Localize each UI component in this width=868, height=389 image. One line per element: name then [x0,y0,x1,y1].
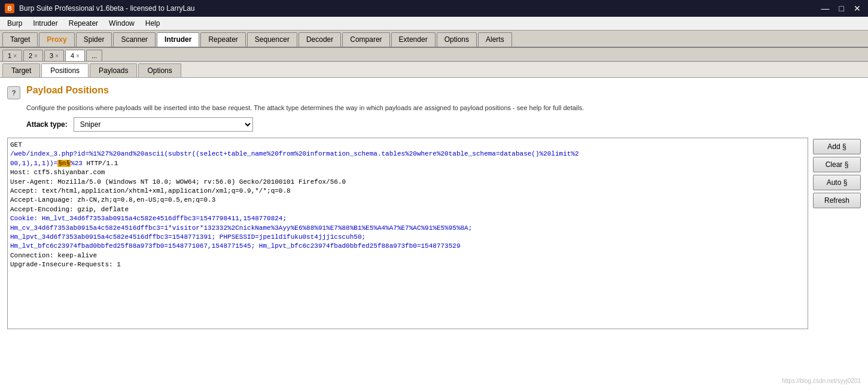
tab-scanner[interactable]: Scanner [113,32,156,47]
request-text: GET /web/index_3.php?id=%1%27%20and%20as… [10,141,805,269]
attack-type-select[interactable]: Sniper Battering ram Pitchfork Cluster b… [74,117,253,132]
maximize-button[interactable]: □ [837,4,846,13]
tab-spider[interactable]: Spider [76,32,112,47]
clear-button[interactable]: Clear § [813,157,861,172]
tab-comparer[interactable]: Comparer [342,32,389,47]
editor-container: GET /web/index_3.php?id=%1%27%20and%20as… [7,138,861,329]
request-editor[interactable]: GET /web/index_3.php?id=%1%27%20and%20as… [7,138,808,329]
tab-decoder[interactable]: Decoder [299,32,341,47]
tab-extender[interactable]: Extender [391,32,435,47]
tab-repeater[interactable]: Repeater [200,32,245,47]
menu-help[interactable]: Help [141,18,165,29]
instance-tab-3[interactable]: 3 × [44,50,64,61]
main-window: B Burp Suite Professional v1.6beta - lic… [0,0,868,389]
close-instance-2-icon[interactable]: × [34,53,38,59]
tab-intruder[interactable]: Intruder [157,32,199,47]
tab-sequencer[interactable]: Sequencer [247,32,297,47]
instance-tab-more[interactable]: ... [86,50,102,61]
tab-page-positions[interactable]: Positions [41,63,89,77]
tab-options[interactable]: Options [437,32,477,47]
add-button[interactable]: Add § [813,139,861,154]
title-bar-left: B Burp Suite Professional v1.6beta - lic… [5,4,195,13]
close-button[interactable]: ✕ [851,4,863,13]
help-button[interactable]: ? [7,86,20,99]
refresh-button[interactable]: Refresh [813,193,861,208]
minimize-button[interactable]: — [819,4,832,13]
tab-target[interactable]: Target [2,32,38,47]
content-area: ? Payload Positions Configure the positi… [0,78,868,389]
tab-page-options[interactable]: Options [138,63,181,77]
attack-type-label: Attack type: [26,120,68,129]
section-title: Payload Positions [26,85,109,96]
tab-page-target[interactable]: Target [2,63,40,77]
menu-repeater[interactable]: Repeater [64,18,103,29]
menu-intruder[interactable]: Intruder [28,18,62,29]
close-instance-4-icon[interactable]: × [76,53,80,59]
section-description: Configure the positions where payloads w… [7,104,861,111]
auto-button[interactable]: Auto § [813,175,861,190]
app-logo: B [5,4,14,13]
close-instance-1-icon[interactable]: × [13,53,17,59]
close-instance-3-icon[interactable]: × [55,53,59,59]
instance-tab-4[interactable]: 4 × [65,50,85,61]
window-controls: — □ ✕ [819,4,863,13]
section-header: ? Payload Positions [7,85,861,99]
menu-burp[interactable]: Burp [2,18,27,29]
tab-alerts[interactable]: Alerts [478,32,512,47]
action-buttons: Add § Clear § Auto § Refresh [813,138,861,329]
tab-page-payloads[interactable]: Payloads [90,63,137,77]
attack-type-row: Attack type: Sniper Battering ram Pitchf… [7,117,861,132]
tab-proxy[interactable]: Proxy [39,32,74,47]
page-tab-bar: Target Positions Payloads Options [0,62,868,78]
instance-tab-bar: 1 × 2 × 3 × 4 × ... [0,48,868,62]
menu-window[interactable]: Window [104,18,139,29]
instance-tab-1[interactable]: 1 × [2,50,22,61]
main-tab-bar: Target Proxy Spider Scanner Intruder Rep… [0,31,868,48]
menu-bar: Burp Intruder Repeater Window Help [0,17,868,31]
instance-tab-2[interactable]: 2 × [23,50,43,61]
title-bar: B Burp Suite Professional v1.6beta - lic… [0,0,868,17]
watermark: https://blog.csdn.net/syyj0201 [782,378,861,384]
app-title: Burp Suite Professional v1.6beta - licen… [19,4,195,13]
